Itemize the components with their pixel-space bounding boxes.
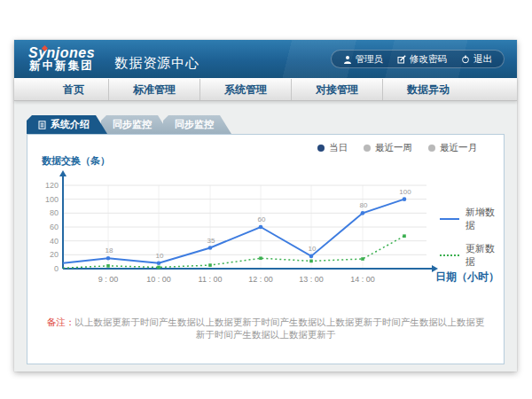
tab-sync-monitor-1[interactable]: 同步监控: [101, 115, 169, 134]
line-swatch-dotted: [440, 254, 459, 256]
power-icon: [461, 55, 470, 64]
svg-text:10 : 00: 10 : 00: [146, 275, 171, 284]
legend-label: 更新数据: [466, 242, 504, 269]
document-icon: [38, 121, 46, 129]
logo-text-en: Synjones: [28, 45, 95, 61]
svg-text:9 : 00: 9 : 00: [98, 275, 119, 284]
svg-text:40: 40: [50, 237, 59, 246]
main-nav: 首页 标准管理 系统管理 对接管理 数据异动: [14, 78, 517, 101]
svg-text:11 : 00: 11 : 00: [199, 275, 223, 284]
line-chart: 0204060801001209 : 0010 : 0011 : 0012 : …: [36, 168, 440, 287]
nav-item-home[interactable]: 首页: [39, 79, 108, 100]
footer-note: 备注：以上数据更新于时间产生数据以上数据更新于时间产生数据以上数据更新于时间产生…: [27, 317, 504, 341]
legend-item-updated-data[interactable]: 更新数据: [440, 242, 504, 269]
legend-item-new-data[interactable]: 新增数据: [440, 206, 504, 232]
tab-sync-monitor-2[interactable]: 同步监控: [163, 115, 231, 134]
svg-text:10: 10: [156, 252, 164, 260]
line-swatch-solid: [440, 218, 459, 220]
user-label: 管理员: [356, 53, 384, 66]
svg-text:80: 80: [50, 208, 59, 217]
x-axis-label: 日期（小时）: [435, 270, 499, 285]
filter-label: 最近一月: [440, 142, 477, 154]
radio-icon: [364, 145, 371, 152]
page-title: 数据资源中心: [114, 55, 200, 72]
tab-system-intro[interactable]: 系统介绍: [27, 115, 107, 134]
nav-item-standard-mgmt[interactable]: 标准管理: [108, 79, 200, 100]
svg-text:12 : 00: 12 : 00: [248, 275, 273, 284]
filter-last-month[interactable]: 最近一月: [428, 142, 477, 154]
svg-text:18: 18: [106, 246, 113, 254]
change-password-button[interactable]: 修改密码: [397, 53, 447, 66]
tab-label: 同步监控: [175, 115, 214, 134]
svg-text:10: 10: [309, 245, 317, 253]
svg-text:60: 60: [258, 215, 266, 223]
nav-item-system-mgmt[interactable]: 系统管理: [200, 79, 291, 100]
app-window: Synjones 新中新集团 数据资源中心 管理员 修改密码 退出 首页 标准管…: [14, 40, 517, 372]
person-icon: [343, 55, 352, 64]
logo: Synjones 新中新集团: [28, 45, 95, 73]
radio-icon: [428, 145, 435, 152]
filter-label: 最近一周: [375, 142, 412, 154]
nav-item-interface-mgmt[interactable]: 对接管理: [291, 79, 382, 100]
logo-text-cn: 新中新集团: [28, 60, 95, 73]
tab-bar: 系统介绍 同步监控 同步监控: [27, 115, 231, 134]
edit-icon: [397, 55, 406, 64]
tab-label: 系统介绍: [51, 115, 90, 134]
legend-label: 新增数据: [466, 206, 504, 232]
footer-note-label: 备注：: [47, 317, 75, 327]
nav-item-data-change[interactable]: 数据异动: [382, 79, 473, 100]
header-bar: Synjones 新中新集团 数据资源中心 管理员 修改密码 退出: [14, 40, 517, 78]
filter-today[interactable]: 当日: [317, 142, 348, 154]
footer-note-text: 以上数据更新于时间产生数据以上数据更新于时间产生数据以上数据更新于时间产生数据以…: [74, 317, 484, 340]
svg-text:80: 80: [360, 201, 368, 209]
time-range-filters: 当日 最近一周 最近一月: [317, 142, 477, 154]
svg-text:100: 100: [45, 195, 59, 204]
svg-text:13 : 00: 13 : 00: [299, 275, 324, 284]
tab-label: 同步监控: [113, 115, 152, 134]
filter-last-week[interactable]: 最近一周: [364, 142, 412, 154]
svg-text:100: 100: [399, 188, 411, 196]
svg-text:120: 120: [45, 181, 59, 190]
chart-legend: 新增数据 更新数据: [440, 206, 504, 269]
svg-text:35: 35: [207, 237, 215, 245]
filter-label: 当日: [329, 142, 348, 154]
y-axis-label: 数据交换（条）: [42, 154, 110, 168]
user-menu[interactable]: 管理员: [343, 53, 384, 66]
svg-text:14 : 00: 14 : 00: [350, 275, 375, 284]
svg-text:20: 20: [50, 250, 59, 259]
content-area: 系统介绍 同步监控 同步监控 当日 最近一周: [14, 101, 517, 372]
chart-panel: 当日 最近一周 最近一月 数据交换（条） 0204060801001209 : …: [27, 134, 505, 364]
logout-label: 退出: [473, 53, 492, 66]
svg-text:0: 0: [54, 264, 59, 273]
logout-button[interactable]: 退出: [461, 53, 492, 66]
radio-icon: [317, 145, 325, 152]
user-toolbar: 管理员 修改密码 退出: [331, 50, 505, 68]
svg-text:60: 60: [50, 223, 59, 231]
change-password-label: 修改密码: [410, 53, 447, 66]
